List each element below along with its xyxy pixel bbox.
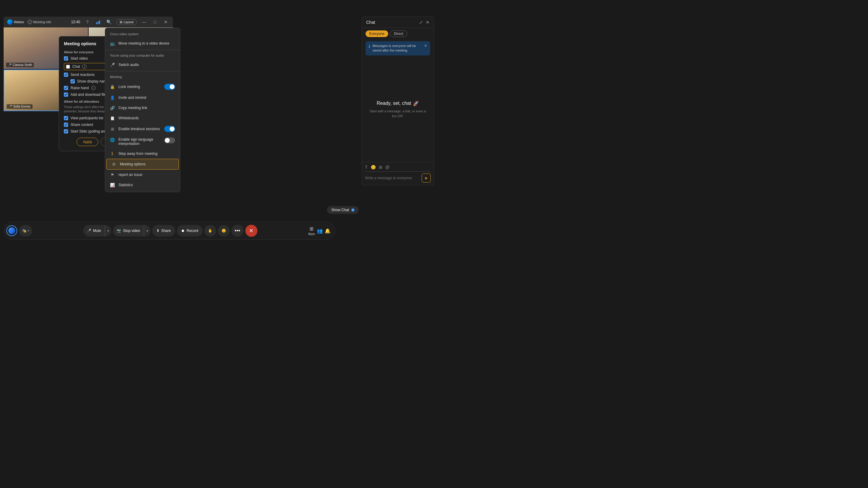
stop-video-button[interactable]: 📷 Stop video bbox=[113, 225, 144, 236]
checkbox-reactions-label: Send reactions bbox=[70, 73, 95, 77]
modal-title: Meeting options bbox=[64, 41, 96, 46]
checkbox-reactions-input[interactable] bbox=[64, 73, 68, 77]
toolbar-right-group: ⊞ Apps 👥 🔔 bbox=[308, 226, 331, 235]
minimize-button[interactable]: — bbox=[141, 19, 148, 26]
checkbox-share-content-input[interactable] bbox=[64, 123, 68, 127]
checkbox-start-video-label: Start video bbox=[70, 56, 88, 61]
participant-name-3: 🎤 Sofia Gomez bbox=[7, 104, 33, 109]
meeting-info-button[interactable]: i Meeting info bbox=[28, 20, 51, 24]
context-menu: Cisco video system 📺 Move meeting to a v… bbox=[105, 28, 180, 192]
sign-language-label2: interpretation bbox=[119, 141, 153, 146]
notifications-button[interactable]: 🔔 bbox=[324, 228, 331, 234]
chat-close-icon[interactable]: ✕ bbox=[426, 20, 430, 25]
report-issue-label: report an issue bbox=[119, 173, 142, 177]
breakout-item[interactable]: ⊞ Enable breakout sessions bbox=[105, 123, 180, 135]
home-button[interactable] bbox=[6, 225, 17, 236]
mute-dropdown-arrow[interactable]: ▾ bbox=[104, 225, 111, 236]
mention-icon[interactable]: @ bbox=[385, 165, 390, 170]
signal-icon-btn[interactable] bbox=[95, 19, 102, 26]
chat-notice-close-button[interactable]: ✕ bbox=[424, 44, 427, 48]
title-bar: Webex i Meeting info 12:40 ? 🔍 ⊞ Layout … bbox=[4, 17, 173, 27]
checkbox-view-participants-input[interactable] bbox=[64, 116, 68, 120]
participants-button[interactable]: 👥 bbox=[317, 228, 323, 234]
chat-panel-title: Chat bbox=[366, 20, 375, 25]
switch-audio-icon: 🎤 bbox=[110, 62, 115, 67]
share-label: Share bbox=[161, 229, 171, 233]
end-call-button[interactable]: ✕ bbox=[245, 225, 257, 237]
share-button[interactable]: ⬆ Share bbox=[152, 225, 175, 236]
emoji-reaction-button[interactable]: 😊 bbox=[218, 225, 230, 236]
lock-meeting-item[interactable]: 🔒 Lock meeting bbox=[105, 81, 180, 93]
checkbox-start-video-input[interactable] bbox=[64, 56, 68, 61]
more-options-button[interactable]: ••• bbox=[231, 225, 244, 237]
raise-hand-button[interactable]: ✋ bbox=[204, 225, 216, 236]
chat-header: Chat ⤢ ✕ bbox=[362, 17, 434, 28]
switch-audio-label: Switch audio bbox=[119, 63, 139, 67]
checkbox-chat-input[interactable] bbox=[66, 65, 70, 69]
checkbox-view-participants-label: View participants list bbox=[70, 116, 103, 120]
checkbox-slido-input[interactable] bbox=[64, 129, 68, 133]
meeting-info-label: Meeting info bbox=[33, 20, 51, 24]
invite-icon: 👤 bbox=[110, 95, 115, 100]
whiteboards-item[interactable]: 📋 Whiteboards bbox=[105, 113, 180, 123]
reactions-button[interactable]: 🎭 ▾ bbox=[19, 225, 32, 236]
report-issue-item[interactable]: ⚑ report an issue bbox=[105, 170, 180, 180]
apps-label: Apps bbox=[308, 232, 315, 235]
invite-remind-item[interactable]: 👤 Invite and remind bbox=[105, 93, 180, 103]
chat-input-area: T 😊 ⊞ @ ➤ bbox=[362, 162, 434, 185]
step-away-item[interactable]: 🚶 Step away from meeting bbox=[105, 149, 180, 159]
help-icon-btn[interactable]: ? bbox=[84, 19, 91, 26]
stop-video-label: Stop video bbox=[123, 229, 140, 233]
mute-label: Mute bbox=[93, 229, 101, 233]
checkbox-display-name-input[interactable] bbox=[70, 79, 75, 84]
breakout-label: Enable breakout sessions bbox=[119, 127, 160, 131]
chat-input-field[interactable] bbox=[365, 176, 420, 180]
sign-language-label: Enable sign language bbox=[119, 137, 153, 141]
toolbar-left-group: 🎭 ▾ bbox=[6, 225, 32, 236]
lock-meeting-label: Lock meeting bbox=[119, 85, 140, 89]
meeting-options-item[interactable]: ⚙ Meeting options bbox=[106, 159, 179, 170]
mute-icon: 🎤 bbox=[87, 229, 91, 233]
tab-direct[interactable]: Direct bbox=[390, 30, 407, 37]
close-button[interactable]: ✕ bbox=[162, 19, 169, 26]
video-btn-group: 📷 Stop video ▾ bbox=[113, 225, 150, 236]
lock-toggle[interactable] bbox=[164, 84, 175, 90]
mute-button[interactable]: 🎤 Mute bbox=[83, 225, 105, 236]
chat-header-icons: ⤢ ✕ bbox=[419, 20, 430, 25]
text-format-icon[interactable]: T bbox=[365, 165, 368, 170]
notice-info-icon: ℹ bbox=[369, 44, 370, 49]
move-meeting-icon: 📺 bbox=[110, 41, 115, 46]
statistics-item[interactable]: 📊 Statistics bbox=[105, 180, 180, 190]
record-button[interactable]: ⏺ Record bbox=[177, 225, 203, 236]
checkbox-raise-hand-input[interactable] bbox=[64, 86, 68, 90]
notifications-icon: 🔔 bbox=[324, 228, 331, 234]
checkbox-download-files-input[interactable] bbox=[64, 93, 68, 97]
statistics-icon: 📊 bbox=[110, 183, 115, 187]
bottom-toolbar: 🎭 ▾ 🎤 Mute ▾ 📷 Stop video ▾ ⬆ Share bbox=[4, 222, 335, 240]
end-call-icon: ✕ bbox=[249, 227, 253, 234]
search-icon-btn[interactable]: 🔍 bbox=[105, 19, 113, 26]
switch-audio-item[interactable]: 🎤 Switch audio bbox=[105, 60, 180, 70]
emoji-icon[interactable]: 😊 bbox=[371, 165, 376, 170]
sign-language-item[interactable]: 🌐 Enable sign language interpretation bbox=[105, 135, 180, 149]
image-icon[interactable]: ⊞ bbox=[379, 165, 382, 170]
chat-notice: ℹ Messages to everyone will be saved aft… bbox=[366, 41, 430, 56]
chat-info-icon: i bbox=[82, 64, 87, 69]
layout-button[interactable]: ⊞ Layout bbox=[116, 19, 137, 25]
apply-button[interactable]: Apply bbox=[76, 138, 98, 146]
video-dropdown-arrow[interactable]: ▾ bbox=[144, 225, 150, 236]
breakout-toggle[interactable] bbox=[164, 126, 175, 132]
apps-button[interactable]: ⊞ Apps bbox=[308, 226, 315, 235]
move-meeting-item[interactable]: 📺 Move meeting to a video device bbox=[105, 38, 180, 48]
emoji-reaction-icon: 😊 bbox=[221, 229, 226, 233]
show-chat-label: Show Chat bbox=[331, 208, 349, 212]
copy-link-label: Copy meeting link bbox=[119, 106, 147, 110]
copy-link-item[interactable]: 🔗 Copy meeting link bbox=[105, 103, 180, 113]
audio-header: You're using your computer for audio bbox=[105, 51, 180, 60]
chat-panel: Chat ⤢ ✕ Everyone Direct ℹ Messages to e… bbox=[362, 17, 434, 185]
maximize-button[interactable]: □ bbox=[151, 19, 158, 26]
tab-everyone[interactable]: Everyone bbox=[366, 30, 388, 37]
popout-icon[interactable]: ⤢ bbox=[419, 20, 423, 25]
sign-language-toggle[interactable] bbox=[164, 137, 175, 143]
chat-send-button[interactable]: ➤ bbox=[422, 173, 431, 183]
